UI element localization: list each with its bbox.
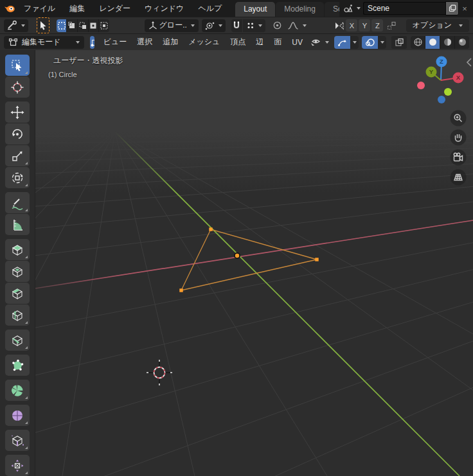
- viewport-menu-item-2[interactable]: 追加: [157, 37, 183, 48]
- tool-cursor-button[interactable]: [5, 76, 30, 98]
- tool-bevel-button[interactable]: [5, 283, 30, 304]
- active-tool-editor-icon: [7, 21, 17, 30]
- chevron-down-icon: [357, 7, 361, 10]
- chevron-down-icon: [258, 24, 262, 27]
- mesh-vertex-1[interactable]: [179, 288, 183, 292]
- new-scene-button[interactable]: [445, 1, 459, 15]
- shading-material-button[interactable]: [440, 36, 455, 49]
- annotate-icon: [10, 196, 24, 210]
- object-visibility-dropdown[interactable]: [308, 36, 331, 49]
- tool-extrude-region-button[interactable]: [5, 239, 30, 260]
- object-origin: [235, 254, 239, 258]
- viewport-pan-button[interactable]: [451, 130, 467, 146]
- tool-select-box-button[interactable]: [5, 55, 30, 76]
- active-tool-indicator[interactable]: [37, 17, 49, 33]
- overlays-dropdown-button[interactable]: [378, 36, 386, 49]
- xray-icon: [395, 38, 404, 47]
- viewport-menu-item-3[interactable]: メッシュ: [183, 37, 225, 48]
- shading-rendered-button[interactable]: [455, 36, 469, 49]
- scene-name-field[interactable]: Scene: [363, 2, 445, 15]
- tool-knife-button[interactable]: [5, 330, 30, 351]
- proportional-editing-button[interactable]: [272, 19, 283, 32]
- tool-settings-header: グロー..: [0, 17, 473, 33]
- transform-orientation-dropdown[interactable]: グロー..: [145, 19, 199, 32]
- gizmo-axis-neg-z-ball[interactable]: [438, 96, 445, 103]
- viewport-zoom-button[interactable]: [451, 110, 467, 127]
- viewport-menu-item-7[interactable]: UV: [287, 38, 308, 47]
- mirror-butterfly-icon: [334, 21, 344, 30]
- gizmo-axis-neg-y-ball[interactable]: [444, 88, 452, 96]
- mesh-mirror-button[interactable]: [334, 19, 344, 32]
- tool-shelf: [0, 50, 35, 476]
- tool-spin-button[interactable]: [5, 380, 30, 401]
- shading-wireframe-button[interactable]: [411, 36, 425, 49]
- menubar-item-4[interactable]: ヘルプ: [191, 0, 229, 17]
- gizmos-dropdown-button[interactable]: [350, 36, 359, 49]
- tool-shrink-fatten-button[interactable]: [5, 455, 30, 476]
- snap-to-symmetry-button[interactable]: [386, 19, 397, 32]
- horizon-fade: [35, 132, 473, 193]
- delete-scene-button[interactable]: ×: [459, 2, 470, 15]
- pivot-point-dropdown[interactable]: [202, 19, 226, 32]
- workspace-tab-modeling[interactable]: Modeling: [276, 2, 324, 17]
- select-mode-set-button[interactable]: [57, 19, 67, 32]
- viewport-camera-view-button[interactable]: [451, 150, 467, 166]
- mirror-axis-z-button[interactable]: Z: [371, 19, 383, 31]
- workspace-tab-layout[interactable]: Layout: [235, 2, 275, 17]
- mode-label: 編集モード: [22, 37, 61, 48]
- tool-rotate-button[interactable]: [5, 123, 30, 145]
- scene-name-value: Scene: [368, 4, 389, 13]
- menubar-item-1[interactable]: 編集: [62, 0, 92, 17]
- select-mode-intersect-button[interactable]: [99, 19, 109, 32]
- viewport-menu-item-6[interactable]: 面: [269, 37, 287, 48]
- workspace-tab-sculpting[interactable]: Sculpting: [325, 2, 339, 17]
- viewport-menu-item-0[interactable]: ビュー: [98, 37, 132, 48]
- tool-inset-faces-button[interactable]: [5, 261, 30, 282]
- mirror-axis-y-button[interactable]: Y: [359, 19, 370, 31]
- viewport-3d[interactable]: ZYX ユーザー・透視投影 (1) Circle: [35, 50, 473, 476]
- tool-edge-slide-button[interactable]: [5, 430, 30, 451]
- select-mode-subtract-button[interactable]: [78, 19, 89, 32]
- tool-annotate-button[interactable]: [5, 192, 30, 213]
- mirror-axis-x-button[interactable]: X: [346, 19, 357, 31]
- tool-loop-cut-button[interactable]: [5, 304, 30, 326]
- overlays-button[interactable]: [362, 36, 378, 49]
- topbar: ファイル編集レンダーウィンドウヘルプ LayoutModelingSculpti…: [0, 0, 473, 17]
- options-dropdown[interactable]: オプション: [406, 19, 469, 32]
- menubar-item-3[interactable]: ウィンドウ: [138, 0, 191, 17]
- shading-solid-button[interactable]: [425, 36, 440, 49]
- viewport-menu-item-5[interactable]: 辺: [251, 37, 269, 48]
- scene-icon: [343, 3, 353, 13]
- chevron-down-icon: [76, 41, 80, 44]
- vertex-select-button[interactable]: [90, 36, 94, 49]
- mesh-vertex-2[interactable]: [315, 258, 318, 261]
- select-mode-extend-button[interactable]: [67, 19, 78, 32]
- chevron-down-icon: [459, 24, 463, 27]
- blender-logo-icon[interactable]: [4, 3, 15, 14]
- tool-smooth-button[interactable]: [5, 405, 30, 426]
- viewport-perspective-toggle-button[interactable]: [451, 170, 467, 186]
- gizmo-axis-neg-x-ball[interactable]: [417, 82, 425, 89]
- tool-poly-build-button[interactable]: [5, 355, 30, 376]
- tool-transform-button[interactable]: [5, 167, 30, 188]
- mode-selector-dropdown[interactable]: 編集モード: [4, 36, 84, 49]
- xray-toggle-button[interactable]: [391, 36, 407, 49]
- menubar-item-0[interactable]: ファイル: [17, 0, 62, 17]
- scene-browse-button[interactable]: [341, 2, 363, 15]
- tool-scale-button[interactable]: [5, 145, 30, 166]
- tool-measure-button[interactable]: [5, 214, 30, 235]
- tool-move-button[interactable]: [5, 101, 30, 123]
- smooth-icon: [10, 409, 24, 423]
- select-mode-invert-button[interactable]: [89, 19, 100, 32]
- gizmos-button[interactable]: [334, 36, 350, 49]
- symmetry-snap-icon: [387, 21, 397, 30]
- mesh-vertex-0[interactable]: [209, 227, 212, 231]
- menubar-item-2[interactable]: レンダー: [92, 0, 138, 17]
- editor-type-button[interactable]: [4, 19, 28, 32]
- rotate-icon: [10, 127, 24, 141]
- snap-to-dropdown[interactable]: [243, 19, 265, 32]
- snap-magnet-button[interactable]: [231, 19, 242, 32]
- viewport-menu-item-4[interactable]: 頂点: [225, 37, 251, 48]
- viewport-menu-item-1[interactable]: 選択: [132, 37, 157, 48]
- proportional-falloff-dropdown[interactable]: [283, 19, 310, 32]
